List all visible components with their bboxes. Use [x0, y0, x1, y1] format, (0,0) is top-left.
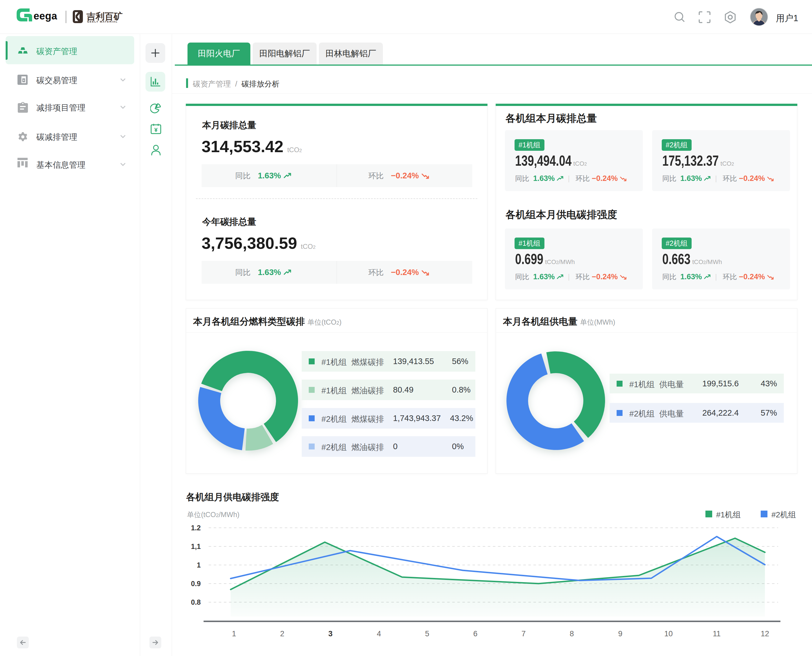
- svg-text:8: 8: [570, 630, 574, 638]
- svg-text:10: 10: [664, 630, 673, 638]
- svg-text:7: 7: [521, 630, 525, 638]
- svg-text:1.2: 1.2: [191, 524, 201, 532]
- svg-text:6: 6: [473, 630, 477, 638]
- svg-text:3: 3: [328, 630, 332, 638]
- svg-text:1: 1: [232, 630, 236, 638]
- svg-text:11: 11: [713, 630, 721, 638]
- svg-text:12: 12: [761, 630, 769, 638]
- svg-text:2: 2: [280, 630, 284, 638]
- svg-text:0.8: 0.8: [191, 598, 201, 606]
- svg-text:4: 4: [377, 630, 381, 638]
- svg-text:1,1: 1,1: [191, 542, 201, 550]
- svg-text:9: 9: [618, 630, 622, 638]
- svg-text:0.9: 0.9: [191, 580, 201, 588]
- svg-text:1: 1: [197, 561, 201, 569]
- svg-text:5: 5: [425, 630, 429, 638]
